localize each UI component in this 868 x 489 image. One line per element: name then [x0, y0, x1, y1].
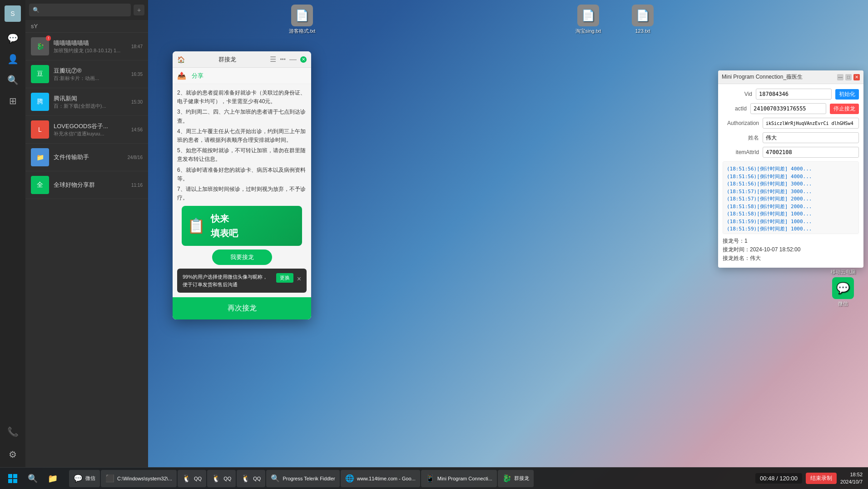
log-area: (18:51:56)[倒计时间差] 4000... (18:51:56)[倒计时…: [723, 161, 859, 234]
log-line-7: (18:51:58)[倒计时间差] 1000...: [727, 210, 855, 218]
cmd-taskbar-icon: ⬛: [105, 474, 114, 483]
svg-rect-2: [8, 479, 12, 483]
share-button[interactable]: 📤: [177, 71, 186, 80]
menu-button[interactable]: ☰: [270, 55, 276, 64]
chat-avatar: 豆: [31, 65, 49, 83]
auth-input[interactable]: [763, 118, 859, 129]
search-bar[interactable]: 🔍: [29, 4, 131, 16]
form-row-auth: Authorization: [723, 118, 859, 129]
log-line-1: (18:51:56)[倒计时间差] 4000...: [727, 165, 855, 173]
taskbar-fileexplorer-button[interactable]: 📁: [44, 469, 62, 488]
taskbar-app-cmd[interactable]: ⬛ C:\Windows\system32\...: [101, 470, 177, 487]
jielon-chat-window: 🏠 群接龙 ☰ ••• — ✕ 📤 分享 2、就诊的患者提前准备好就诊卡（关联过…: [173, 51, 311, 319]
chat-item-love[interactable]: L LOVEGOODS谷子... 补充水信\"道逐kuyuu... 14:56: [25, 116, 148, 144]
tooltip-close-button[interactable]: ×: [297, 273, 301, 285]
maximize-ctrl[interactable]: □: [845, 74, 852, 80]
wechat-header: 🔍 +: [25, 0, 148, 20]
chat-item-miao[interactable]: ! 🐉 喵喵喵喵喵喵 加班预约接龙 (10.8-10.12) 1... 18:4…: [25, 33, 148, 60]
chat-item-tengxun[interactable]: 腾 腾讯新闻 百：新下载(全部选中)... 15:30: [25, 88, 148, 116]
chat-avatar: 全: [31, 176, 49, 194]
chat-item-file[interactable]: 📁 文件传输助手 24/8/16: [25, 144, 148, 171]
mini-program-titlebar: Mini Program Connection_薇医生 — □ ✕: [718, 70, 863, 84]
jielon-taskbar-icon: 🐉: [502, 474, 511, 483]
chat-info: 全球好物分享群: [54, 181, 127, 189]
wechat-taskbar-label: 微信: [85, 475, 95, 482]
log-summary: 接龙号：1 接龙时间：2024-10-07 18:52:00 接龙姓名：伟大: [723, 237, 859, 263]
taskbar-app-qq3[interactable]: 🐧 QQ: [237, 470, 265, 487]
browser-taskbar-icon: 🌐: [345, 474, 354, 483]
sidebar-avatar[interactable]: S: [4, 5, 22, 23]
chat-item-global[interactable]: 全 全球好物分享群 11:16: [25, 171, 148, 199]
chat-info: 喵喵喵喵喵喵 加班预约接龙 (10.8-10.12) 1...: [54, 39, 127, 54]
content-line-3: 4、周三上午覆主任从七点开始出诊，约到周三上午加班的患者，请根据列表顺序合理安排…: [177, 127, 307, 145]
log-line-8: (18:51:59)[倒计时间差] 1000...: [727, 218, 855, 226]
share-label[interactable]: 分享: [192, 72, 203, 80]
sidebar-apps-icon[interactable]: ⊞: [4, 92, 22, 110]
form-row-vid: Vid 初始化: [723, 89, 859, 100]
home-button[interactable]: 🏠: [177, 56, 185, 63]
tooltip-bar: 99%的用户选择使用微信头像与昵称，便于订单发货和售后沟通 更换 ×: [177, 269, 307, 293]
desktop-icon-taobao-sing[interactable]: 📄 淘宝sing.txt: [572, 5, 604, 34]
sidebar-phone-icon[interactable]: 📞: [4, 423, 22, 441]
taskbar-app-miniprogram[interactable]: 📱 Mini Program Connecti...: [421, 470, 497, 487]
chat-list-panel: 🔍 + sY ! 🐉 喵喵喵喵喵喵 加班预约接龙 (10.8-10.12) 1.…: [25, 0, 148, 467]
chat-meta: 14:56: [131, 127, 143, 132]
itemattrid-input[interactable]: [763, 147, 859, 158]
windows-start-button[interactable]: [4, 469, 22, 488]
taskbar-app-wechat[interactable]: 💬 微信: [69, 470, 100, 487]
chat-info: LOVEGOODS谷子... 补充水信\"道逐kuyuu...: [54, 122, 127, 137]
minimize-button[interactable]: —: [289, 55, 297, 64]
taskbar-app-browser[interactable]: 🌐 www.114time.com - Goo...: [341, 470, 420, 487]
sidebar-discover-icon[interactable]: 🔍: [4, 71, 22, 89]
desktop-icon-txt1[interactable]: 📄 游客格式.txt: [286, 5, 318, 34]
summary-line-3: 接龙姓名：伟大: [723, 254, 859, 263]
actid-label: actId: [723, 105, 747, 112]
actid-input[interactable]: [750, 103, 826, 114]
green-card-title: 快来填表吧: [211, 211, 238, 240]
fiddler-taskbar-icon: 🔍: [271, 474, 280, 483]
desktop-icon-label: 淘宝sing.txt: [575, 28, 601, 34]
sidebar-settings-icon[interactable]: ⚙: [4, 445, 22, 464]
taskbar-app-jielon[interactable]: 🐉 群接龙: [498, 470, 534, 487]
section-label: sY: [25, 20, 148, 33]
chat-avatar: ! 🐉: [31, 37, 49, 55]
name-input[interactable]: [763, 132, 859, 143]
form-row-itemattrid: itemAttrId: [723, 147, 859, 158]
add-chat-button[interactable]: +: [134, 5, 144, 15]
stop-button[interactable]: 停止接龙: [830, 104, 859, 114]
taskbar-app-qq1[interactable]: 🐧 QQ: [178, 470, 206, 487]
mini-program-window: Mini Program Connection_薇医生 — □ ✕ Vid 初始…: [718, 70, 863, 268]
initialize-button[interactable]: 初始化: [835, 89, 859, 100]
taskbar-search-button[interactable]: 🔍: [24, 469, 42, 488]
chat-info: 文件传输助手: [54, 153, 123, 161]
chat-item-douban[interactable]: 豆 豆瓣玩⑦® 百:新标卡片：动画... 16:35: [25, 60, 148, 88]
taskbar-right: 00:48 / 120:00 结束录制 18:52 2024/10/7: [750, 471, 868, 485]
sidebar-chat-icon[interactable]: 💬: [4, 29, 22, 47]
rejoin-button[interactable]: 再次接龙: [173, 297, 311, 319]
form-row-actid: actId 停止接龙: [723, 103, 859, 114]
content-line-2: 3、约到周二、四、六上午加班的患者请于七点到达诊查。: [177, 108, 307, 125]
tooltip-text: 99%的用户选择使用微信头像与昵称，便于订单发货和售后沟通: [183, 273, 273, 288]
clock-time: 18:52: [840, 471, 863, 478]
green-card[interactable]: 📋 快来填表吧: [182, 206, 302, 246]
content-line-6: 7、请以上加班按时间候诊，过时则视为放弃，不予诊疗。: [177, 185, 307, 202]
close-ctrl[interactable]: ✕: [853, 74, 860, 80]
log-line-4: (18:51:57)[倒计时间差] 3000...: [727, 188, 855, 196]
taskbar-app-fiddler[interactable]: 🔍 Progress Telerik Fiddler: [266, 470, 339, 487]
chat-window-body: 2、就诊的患者提前准备好就诊卡（关联过的身份证、电子健康卡均可），卡里需至少有4…: [173, 84, 311, 297]
chat-meta: 11:16: [131, 183, 143, 188]
dot-menu-icon[interactable]: •••: [280, 56, 286, 63]
qq-taskbar-icon-1: 🐧: [182, 474, 191, 483]
sidebar-contacts-icon[interactable]: 👤: [4, 50, 22, 68]
content-line-5: 6、就诊时请准备好您的就诊卡、病历本以及病例资料等。: [177, 166, 307, 183]
minimize-ctrl[interactable]: —: [837, 74, 843, 80]
vid-label: Vid: [723, 91, 752, 97]
join-button[interactable]: 我要接龙: [212, 249, 272, 265]
taskbar-app-qq2[interactable]: 🐧 QQ: [207, 470, 236, 487]
tooltip-change-button[interactable]: 更换: [276, 273, 293, 283]
vid-input[interactable]: [756, 89, 832, 100]
close-button[interactable]: ✕: [300, 56, 307, 63]
stop-recording-button[interactable]: 结束录制: [806, 473, 837, 484]
desktop-icon-123txt[interactable]: 📄 123.txt: [627, 5, 659, 34]
qq-taskbar-label-2: QQ: [223, 476, 231, 481]
